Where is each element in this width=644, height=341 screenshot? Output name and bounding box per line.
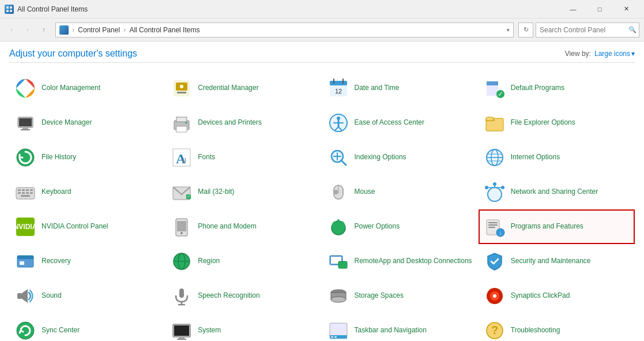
item-taskbar[interactable]: Taskbar and Navigation	[322, 313, 479, 341]
item-file-history[interactable]: File History	[9, 140, 165, 175]
item-synaptics[interactable]: Synaptics ClickPad	[479, 279, 635, 313]
minimize-button[interactable]: —	[560, 0, 586, 18]
label-device-manager[interactable]: Device Manager	[42, 118, 92, 128]
main-area: Adjust your computer's settings View by:…	[0, 42, 644, 341]
search-box[interactable]: 🔍	[536, 23, 639, 38]
item-date-time[interactable]: 12Date and Time	[322, 71, 479, 106]
label-region[interactable]: Region	[198, 257, 220, 266]
item-troubleshoot[interactable]: ?Troubleshooting	[479, 313, 635, 341]
address-sep1: ›	[72, 25, 74, 34]
icon-power-options	[327, 215, 350, 238]
label-system[interactable]: System	[198, 326, 221, 335]
item-region[interactable]: Region	[165, 244, 322, 279]
label-default-programs[interactable]: Default Programs	[511, 84, 564, 93]
icon-keyboard	[14, 181, 37, 204]
label-ease-access[interactable]: Ease of Access Center	[355, 118, 424, 128]
label-troubleshoot[interactable]: Troubleshooting	[511, 326, 560, 335]
item-default-programs[interactable]: ✓Default Programs	[479, 71, 635, 106]
label-credential-manager[interactable]: Credential Manager	[198, 84, 258, 93]
address-sep2: ›	[123, 25, 126, 34]
label-remoteapp[interactable]: RemoteApp and Desktop Connections	[355, 257, 472, 266]
forward-button[interactable]: ›	[21, 23, 35, 37]
label-storage[interactable]: Storage Spaces	[355, 291, 404, 301]
viewby-button[interactable]: Large icons ▾	[594, 50, 635, 58]
svg-rect-107	[179, 337, 184, 339]
label-speech[interactable]: Speech Recognition	[198, 291, 259, 301]
refresh-button[interactable]: ↻	[518, 23, 533, 38]
up-button[interactable]: ↑	[37, 23, 51, 37]
label-keyboard[interactable]: Keyboard	[42, 188, 71, 197]
label-file-explorer[interactable]: File Explorer Options	[511, 118, 575, 128]
label-recovery[interactable]: Recovery	[42, 257, 71, 266]
item-devices-printers[interactable]: Devices and Printers	[165, 106, 322, 140]
icon-security-maintenance	[483, 250, 506, 273]
svg-rect-108	[177, 339, 186, 340]
address-path1[interactable]: Control Panel	[78, 26, 120, 34]
svg-marker-94	[22, 289, 28, 303]
icon-network-sharing	[483, 181, 506, 204]
svg-rect-95	[179, 288, 184, 298]
item-network-sharing[interactable]: Network and Sharing Center	[479, 175, 635, 209]
item-mail[interactable]: ✓Mail (32-bit)	[165, 175, 322, 209]
label-security-maintenance[interactable]: Security and Maintenance	[511, 257, 591, 266]
label-nvidia[interactable]: NVIDIA Control Panel	[42, 222, 108, 231]
label-taskbar[interactable]: Taskbar and Navigation	[355, 326, 427, 335]
label-internet-options[interactable]: Internet Options	[511, 153, 560, 162]
label-synaptics[interactable]: Synaptics ClickPad	[511, 291, 570, 301]
item-system[interactable]: System	[165, 313, 322, 341]
svg-rect-106	[174, 325, 189, 336]
label-date-time[interactable]: Date and Time	[355, 84, 400, 93]
item-ease-access[interactable]: Ease of Access Center	[322, 106, 479, 140]
item-file-explorer[interactable]: File Explorer Options	[479, 106, 635, 140]
icon-color-management	[14, 77, 37, 100]
label-mouse[interactable]: Mouse	[355, 188, 375, 197]
label-phone-modem[interactable]: Phone and Modem	[198, 222, 256, 231]
item-sound[interactable]: Sound	[9, 279, 165, 313]
label-sound[interactable]: Sound	[42, 291, 62, 301]
label-sync[interactable]: Sync Center	[42, 326, 80, 335]
address-dropdown[interactable]: ▾	[507, 27, 510, 33]
item-credential-manager[interactable]: Credential Manager	[165, 71, 322, 106]
address-path2[interactable]: All Control Panel Items	[129, 26, 199, 34]
item-power-options[interactable]: Power Options	[322, 209, 479, 244]
item-phone-modem[interactable]: Phone and Modem	[165, 209, 322, 244]
label-file-history[interactable]: File History	[42, 153, 76, 162]
item-programs-features[interactable]: ↓Programs and Features	[479, 209, 635, 244]
item-mouse[interactable]: Mouse	[322, 175, 479, 209]
svg-text:↓: ↓	[499, 230, 502, 236]
window-controls: — □ ✕	[560, 0, 639, 18]
item-internet-options[interactable]: Internet Options	[479, 140, 635, 175]
icon-date-time: 12	[327, 77, 350, 100]
item-storage[interactable]: Storage Spaces	[322, 279, 479, 313]
maximize-button[interactable]: □	[586, 0, 613, 18]
item-color-management[interactable]: Color Management	[9, 71, 165, 106]
item-sync[interactable]: Sync Center	[9, 313, 165, 341]
svg-rect-9	[177, 92, 186, 93]
viewby-label: View by:	[565, 50, 591, 58]
label-programs-features[interactable]: Programs and Features	[511, 222, 583, 231]
item-device-manager[interactable]: Device Manager	[9, 106, 165, 140]
label-fonts[interactable]: Fonts	[198, 153, 215, 162]
svg-rect-26	[185, 122, 187, 123]
address-bar: ‹ › ↑ › Control Panel › All Control Pane…	[0, 18, 644, 42]
item-indexing[interactable]: Indexing Options	[322, 140, 479, 175]
item-security-maintenance[interactable]: Security and Maintenance	[479, 244, 635, 279]
label-power-options[interactable]: Power Options	[355, 222, 400, 231]
back-button[interactable]: ‹	[5, 23, 18, 37]
item-speech[interactable]: Speech Recognition	[165, 279, 322, 313]
label-network-sharing[interactable]: Network and Sharing Center	[511, 188, 598, 197]
icon-taskbar	[327, 319, 350, 341]
item-recovery[interactable]: Recovery	[9, 244, 165, 279]
close-button[interactable]: ✕	[613, 0, 639, 18]
label-devices-printers[interactable]: Devices and Printers	[198, 118, 262, 128]
item-nvidia[interactable]: NVIDIANVIDIA Control Panel	[9, 209, 165, 244]
address-box[interactable]: › Control Panel › All Control Panel Item…	[55, 23, 514, 38]
label-indexing[interactable]: Indexing Options	[355, 153, 406, 162]
item-keyboard[interactable]: Keyboard	[9, 175, 165, 209]
label-mail[interactable]: Mail (32-bit)	[198, 188, 234, 197]
search-input[interactable]	[540, 26, 626, 34]
svg-point-8	[180, 85, 183, 88]
item-fonts[interactable]: AaFonts	[165, 140, 322, 175]
item-remoteapp[interactable]: RemoteApp and Desktop Connections	[322, 244, 479, 279]
label-color-management[interactable]: Color Management	[42, 84, 100, 93]
